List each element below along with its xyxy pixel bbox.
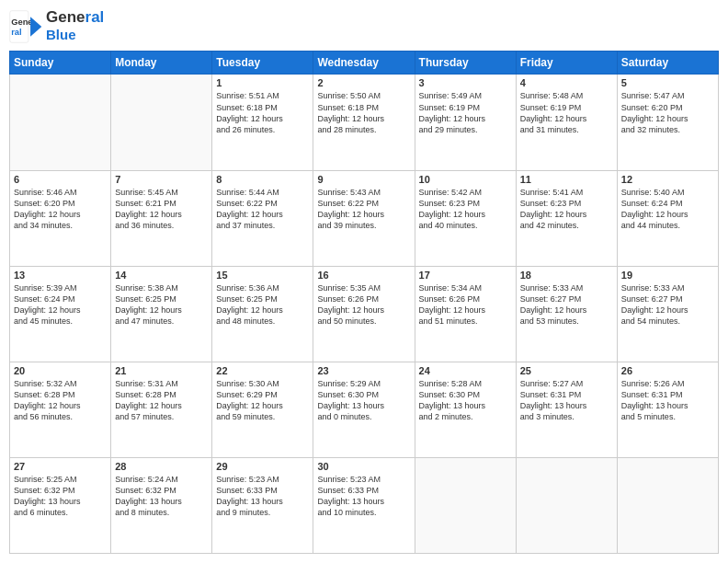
svg-rect-0 xyxy=(10,10,28,42)
day-number: 4 xyxy=(520,77,613,88)
calendar-cell: 2Sunrise: 5:50 AM Sunset: 6:18 PM Daylig… xyxy=(313,75,415,170)
day-number: 15 xyxy=(216,270,309,281)
day-info: Sunrise: 5:44 AM Sunset: 6:22 PM Dayligh… xyxy=(216,187,309,232)
calendar-cell: 15Sunrise: 5:36 AM Sunset: 6:25 PM Dayli… xyxy=(212,266,313,362)
day-info: Sunrise: 5:51 AM Sunset: 6:18 PM Dayligh… xyxy=(216,90,309,135)
calendar-cell xyxy=(415,457,516,553)
calendar-cell: 27Sunrise: 5:25 AM Sunset: 6:32 PM Dayli… xyxy=(10,457,111,553)
logo: Gene- ral GeneralBlue xyxy=(9,9,104,43)
day-number: 21 xyxy=(115,365,208,376)
day-info: Sunrise: 5:24 AM Sunset: 6:32 PM Dayligh… xyxy=(115,474,208,519)
day-number: 17 xyxy=(419,270,512,281)
calendar-cell: 8Sunrise: 5:44 AM Sunset: 6:22 PM Daylig… xyxy=(212,170,313,266)
day-number: 18 xyxy=(520,270,613,281)
logo-wordmark: GeneralBlue xyxy=(46,9,104,43)
day-number: 5 xyxy=(621,77,714,88)
weekday-sunday: Sunday xyxy=(10,52,111,75)
day-number: 10 xyxy=(419,174,512,185)
day-number: 3 xyxy=(419,77,512,88)
day-info: Sunrise: 5:43 AM Sunset: 6:22 PM Dayligh… xyxy=(317,187,410,232)
day-number: 25 xyxy=(520,365,613,376)
day-info: Sunrise: 5:34 AM Sunset: 6:26 PM Dayligh… xyxy=(419,282,512,327)
day-info: Sunrise: 5:25 AM Sunset: 6:32 PM Dayligh… xyxy=(14,474,107,519)
day-info: Sunrise: 5:26 AM Sunset: 6:31 PM Dayligh… xyxy=(621,378,714,423)
day-number: 7 xyxy=(115,174,208,185)
day-info: Sunrise: 5:48 AM Sunset: 6:19 PM Dayligh… xyxy=(520,90,613,135)
day-number: 13 xyxy=(14,270,107,281)
calendar-cell xyxy=(111,75,212,170)
calendar-cell: 7Sunrise: 5:45 AM Sunset: 6:21 PM Daylig… xyxy=(111,170,212,266)
day-info: Sunrise: 5:27 AM Sunset: 6:31 PM Dayligh… xyxy=(520,378,613,423)
day-info: Sunrise: 5:47 AM Sunset: 6:20 PM Dayligh… xyxy=(621,90,714,135)
day-info: Sunrise: 5:39 AM Sunset: 6:24 PM Dayligh… xyxy=(14,282,107,327)
calendar-cell: 23Sunrise: 5:29 AM Sunset: 6:30 PM Dayli… xyxy=(313,362,415,457)
calendar-cell: 5Sunrise: 5:47 AM Sunset: 6:20 PM Daylig… xyxy=(617,75,718,170)
calendar-cell: 22Sunrise: 5:30 AM Sunset: 6:29 PM Dayli… xyxy=(212,362,313,457)
calendar-cell: 9Sunrise: 5:43 AM Sunset: 6:22 PM Daylig… xyxy=(313,170,415,266)
day-number: 9 xyxy=(317,174,410,185)
header: Gene- ral GeneralBlue xyxy=(9,9,719,43)
week-row-1: 6Sunrise: 5:46 AM Sunset: 6:20 PM Daylig… xyxy=(10,170,719,266)
day-info: Sunrise: 5:30 AM Sunset: 6:29 PM Dayligh… xyxy=(216,378,309,423)
day-info: Sunrise: 5:42 AM Sunset: 6:23 PM Dayligh… xyxy=(419,187,512,232)
day-number: 24 xyxy=(419,365,512,376)
calendar-cell: 18Sunrise: 5:33 AM Sunset: 6:27 PM Dayli… xyxy=(516,266,617,362)
weekday-wednesday: Wednesday xyxy=(313,52,415,75)
day-number: 2 xyxy=(317,77,410,88)
svg-marker-3 xyxy=(30,17,41,37)
day-info: Sunrise: 5:23 AM Sunset: 6:33 PM Dayligh… xyxy=(216,474,309,519)
weekday-header-row: SundayMondayTuesdayWednesdayThursdayFrid… xyxy=(10,52,719,75)
calendar-cell xyxy=(516,457,617,553)
calendar-cell: 20Sunrise: 5:32 AM Sunset: 6:28 PM Dayli… xyxy=(10,362,111,457)
week-row-3: 20Sunrise: 5:32 AM Sunset: 6:28 PM Dayli… xyxy=(10,362,719,457)
day-number: 1 xyxy=(216,77,309,88)
day-number: 23 xyxy=(317,365,410,376)
day-info: Sunrise: 5:38 AM Sunset: 6:25 PM Dayligh… xyxy=(115,282,208,327)
week-row-4: 27Sunrise: 5:25 AM Sunset: 6:32 PM Dayli… xyxy=(10,457,719,553)
day-info: Sunrise: 5:29 AM Sunset: 6:30 PM Dayligh… xyxy=(317,378,410,423)
calendar-cell: 29Sunrise: 5:23 AM Sunset: 6:33 PM Dayli… xyxy=(212,457,313,553)
day-info: Sunrise: 5:50 AM Sunset: 6:18 PM Dayligh… xyxy=(317,90,410,135)
day-info: Sunrise: 5:35 AM Sunset: 6:26 PM Dayligh… xyxy=(317,282,410,327)
calendar-cell: 30Sunrise: 5:23 AM Sunset: 6:33 PM Dayli… xyxy=(313,457,415,553)
calendar-cell: 19Sunrise: 5:33 AM Sunset: 6:27 PM Dayli… xyxy=(617,266,718,362)
calendar-cell xyxy=(617,457,718,553)
week-row-2: 13Sunrise: 5:39 AM Sunset: 6:24 PM Dayli… xyxy=(10,266,719,362)
calendar-cell: 17Sunrise: 5:34 AM Sunset: 6:26 PM Dayli… xyxy=(415,266,516,362)
day-number: 26 xyxy=(621,365,714,376)
day-number: 16 xyxy=(317,270,410,281)
day-info: Sunrise: 5:33 AM Sunset: 6:27 PM Dayligh… xyxy=(621,282,714,327)
day-number: 11 xyxy=(520,174,613,185)
day-info: Sunrise: 5:40 AM Sunset: 6:24 PM Dayligh… xyxy=(621,187,714,232)
day-number: 28 xyxy=(115,461,208,472)
day-info: Sunrise: 5:45 AM Sunset: 6:21 PM Dayligh… xyxy=(115,187,208,232)
day-number: 14 xyxy=(115,270,208,281)
weekday-tuesday: Tuesday xyxy=(212,52,313,75)
day-number: 8 xyxy=(216,174,309,185)
logo-svg: Gene- ral xyxy=(9,10,42,43)
calendar-cell: 11Sunrise: 5:41 AM Sunset: 6:23 PM Dayli… xyxy=(516,170,617,266)
day-info: Sunrise: 5:28 AM Sunset: 6:30 PM Dayligh… xyxy=(419,378,512,423)
calendar-cell: 6Sunrise: 5:46 AM Sunset: 6:20 PM Daylig… xyxy=(10,170,111,266)
day-info: Sunrise: 5:31 AM Sunset: 6:28 PM Dayligh… xyxy=(115,378,208,423)
day-info: Sunrise: 5:49 AM Sunset: 6:19 PM Dayligh… xyxy=(419,90,512,135)
calendar-cell: 26Sunrise: 5:26 AM Sunset: 6:31 PM Dayli… xyxy=(617,362,718,457)
svg-text:ral: ral xyxy=(11,28,21,37)
day-number: 30 xyxy=(317,461,410,472)
page: Gene- ral GeneralBlue SundayMondayTuesda… xyxy=(0,0,728,563)
calendar-cell: 13Sunrise: 5:39 AM Sunset: 6:24 PM Dayli… xyxy=(10,266,111,362)
weekday-monday: Monday xyxy=(111,52,212,75)
weekday-thursday: Thursday xyxy=(415,52,516,75)
calendar-cell: 10Sunrise: 5:42 AM Sunset: 6:23 PM Dayli… xyxy=(415,170,516,266)
calendar-cell: 1Sunrise: 5:51 AM Sunset: 6:18 PM Daylig… xyxy=(212,75,313,170)
day-number: 22 xyxy=(216,365,309,376)
calendar-cell: 14Sunrise: 5:38 AM Sunset: 6:25 PM Dayli… xyxy=(111,266,212,362)
weekday-friday: Friday xyxy=(516,52,617,75)
calendar-cell: 21Sunrise: 5:31 AM Sunset: 6:28 PM Dayli… xyxy=(111,362,212,457)
calendar-cell: 16Sunrise: 5:35 AM Sunset: 6:26 PM Dayli… xyxy=(313,266,415,362)
day-info: Sunrise: 5:36 AM Sunset: 6:25 PM Dayligh… xyxy=(216,282,309,327)
day-number: 19 xyxy=(621,270,714,281)
week-row-0: 1Sunrise: 5:51 AM Sunset: 6:18 PM Daylig… xyxy=(10,75,719,170)
calendar-cell: 4Sunrise: 5:48 AM Sunset: 6:19 PM Daylig… xyxy=(516,75,617,170)
day-info: Sunrise: 5:32 AM Sunset: 6:28 PM Dayligh… xyxy=(14,378,107,423)
